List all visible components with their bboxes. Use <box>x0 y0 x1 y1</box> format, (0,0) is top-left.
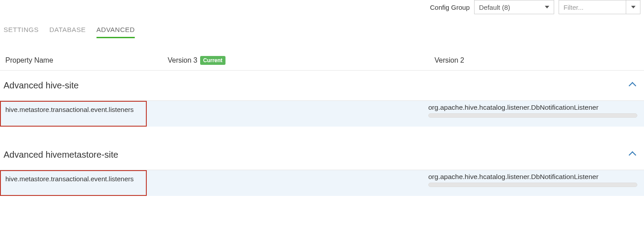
property-name-cell: hive.metastore.transactional.event.liste… <box>0 101 147 127</box>
property-v2-value: org.apache.hive.hcatalog.listener.DbNoti… <box>428 173 599 181</box>
property-name-cell: hive.metastore.transactional.event.liste… <box>0 170 147 196</box>
tab-advanced[interactable]: ADVANCED <box>97 26 135 38</box>
property-v2-cell: org.apache.hive.hcatalog.listener.DbNoti… <box>425 101 644 127</box>
property-v2-cell: org.apache.hive.hcatalog.listener.DbNoti… <box>425 170 644 196</box>
filter-dropdown-button[interactable] <box>626 0 640 14</box>
config-group-selected-value: Default (8) <box>479 4 510 11</box>
caret-down-icon <box>631 6 636 8</box>
tab-settings[interactable]: SETTINGS <box>4 26 39 38</box>
filter-box[interactable] <box>559 0 640 14</box>
tab-database[interactable]: DATABASE <box>49 26 86 38</box>
property-row: hive.metastore.transactional.event.liste… <box>0 101 644 127</box>
property-v3-cell <box>162 101 425 127</box>
property-row: hive.metastore.transactional.event.liste… <box>0 170 644 196</box>
horizontal-scrollbar[interactable] <box>428 183 637 187</box>
section-header-advanced-hivemetastore-site[interactable]: Advanced hivemetastore-site <box>0 140 644 170</box>
filter-input[interactable] <box>559 0 626 14</box>
caret-down-icon <box>545 6 549 8</box>
section-title: Advanced hive-site <box>4 80 79 91</box>
header-version3: Version 3 <box>168 56 197 64</box>
header-version2: Version 2 <box>435 56 639 64</box>
chevron-up-icon <box>629 151 636 159</box>
header-property-name: Property Name <box>5 56 168 64</box>
chevron-up-icon <box>629 82 636 89</box>
config-group-select[interactable]: Default (8) <box>474 0 554 14</box>
property-v3-cell <box>162 170 425 196</box>
config-group-label: Config Group <box>430 4 470 11</box>
section-header-advanced-hive-site[interactable]: Advanced hive-site <box>0 71 644 101</box>
column-headers: Property Name Version 3 Current Version … <box>0 38 644 71</box>
current-badge: Current <box>200 56 225 65</box>
tabs: SETTINGS DATABASE ADVANCED <box>0 18 644 38</box>
property-v2-value: org.apache.hive.hcatalog.listener.DbNoti… <box>428 104 599 112</box>
section-title: Advanced hivemetastore-site <box>4 150 118 160</box>
horizontal-scrollbar[interactable] <box>428 113 637 118</box>
